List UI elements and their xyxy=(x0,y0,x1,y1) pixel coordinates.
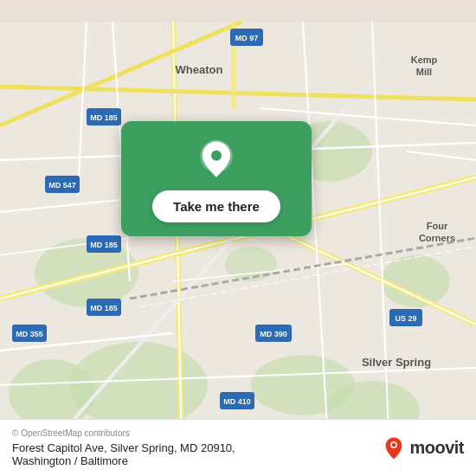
svg-text:MD 547: MD 547 xyxy=(48,181,76,190)
svg-text:US 29: US 29 xyxy=(395,314,416,323)
svg-text:Silver Spring: Silver Spring xyxy=(362,356,431,369)
svg-text:MD 185: MD 185 xyxy=(90,241,118,249)
address-line2: Washington / Baltimore xyxy=(12,454,128,467)
address-line1: Forest Capitol Ave, Silver Spring, MD 20… xyxy=(12,441,235,454)
osm-copyright: © OpenStreetMap contributors xyxy=(12,428,130,438)
osm-credit: © OpenStreetMap contributors xyxy=(12,428,235,438)
location-pin-icon xyxy=(196,138,237,180)
svg-text:MD 390: MD 390 xyxy=(260,330,287,338)
svg-text:MD 185: MD 185 xyxy=(90,304,118,312)
take-me-there-button[interactable]: Take me there xyxy=(152,190,280,222)
moovit-text: moovit xyxy=(409,438,464,458)
map-svg: MD 97 MD 185 MD 547 MD 185 MD 185 MD 355… xyxy=(0,0,476,476)
address-text: Forest Capitol Ave, Silver Spring, MD 20… xyxy=(12,441,235,467)
svg-text:MD 410: MD 410 xyxy=(223,397,251,406)
location-card: Take me there xyxy=(121,121,312,236)
svg-text:Corners: Corners xyxy=(419,233,455,243)
bottom-left: © OpenStreetMap contributors Forest Capi… xyxy=(12,428,235,467)
svg-text:MD 97: MD 97 xyxy=(235,34,259,42)
svg-text:Kemp: Kemp xyxy=(411,55,438,65)
moovit-pin-icon xyxy=(382,436,406,460)
svg-text:MD 185: MD 185 xyxy=(90,113,118,122)
svg-text:MD 355: MD 355 xyxy=(16,330,43,338)
map-container: MD 97 MD 185 MD 547 MD 185 MD 185 MD 355… xyxy=(0,0,476,476)
svg-text:Mill: Mill xyxy=(416,67,432,77)
map-background: MD 97 MD 185 MD 547 MD 185 MD 185 MD 355… xyxy=(0,0,476,476)
svg-point-62 xyxy=(392,442,396,447)
svg-text:Four: Four xyxy=(427,221,448,231)
svg-point-8 xyxy=(225,247,277,281)
svg-point-4 xyxy=(381,255,450,307)
bottom-bar: © OpenStreetMap contributors Forest Capi… xyxy=(0,419,476,476)
svg-text:Wheaton: Wheaton xyxy=(176,63,223,76)
svg-point-6 xyxy=(9,359,95,428)
svg-point-60 xyxy=(211,151,222,161)
moovit-logo: moovit xyxy=(382,436,464,460)
